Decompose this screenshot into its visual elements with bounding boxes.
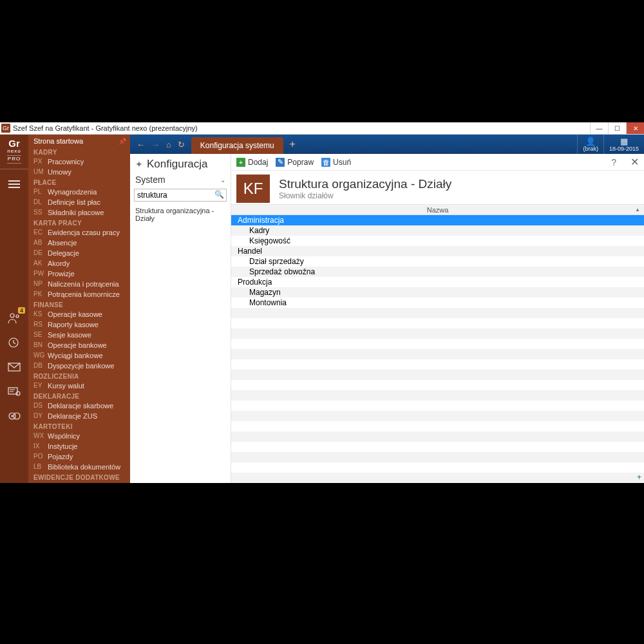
svg-point-0	[10, 314, 14, 317]
pin-icon[interactable]: 📌	[118, 138, 126, 145]
tab-active[interactable]: Konfiguracja systemu	[191, 137, 283, 154]
sync-icon[interactable]	[6, 408, 23, 424]
config-search-input[interactable]	[134, 189, 227, 202]
module-badge: KF	[236, 175, 270, 203]
nav-category: DEKLARACJE	[28, 391, 130, 401]
nav-item[interactable]: DEDelegacje	[28, 248, 130, 258]
column-header[interactable]: Nazwa ▲	[231, 204, 644, 215]
svg-point-5	[16, 392, 20, 395]
empty-row	[231, 401, 644, 411]
help-button[interactable]: ?	[611, 157, 616, 167]
tree-row[interactable]: Magazyn	[231, 287, 644, 298]
config-tree-pane: ✦ Konfiguracja System ⌄ 🔍 Struktura orga…	[130, 154, 231, 483]
svg-point-1	[16, 315, 19, 317]
nav-item[interactable]: DYDeklaracje ZUS	[28, 411, 130, 421]
departments-tree: AdministracjaKadryKsięgowośćHandelDział …	[231, 215, 644, 483]
brand-logo: Gr nexo PRO	[7, 135, 21, 166]
add-button[interactable]: +Dodaj	[236, 158, 268, 167]
delete-button[interactable]: 🗑Usuń	[321, 158, 351, 167]
badge-count: 4	[18, 307, 25, 314]
empty-row	[231, 328, 644, 339]
tree-row[interactable]: Księgowość	[231, 236, 644, 246]
sort-asc-icon: ▲	[635, 207, 640, 213]
nav-item[interactable]: AKAkordy	[28, 258, 130, 269]
people-icon[interactable]: 4	[6, 310, 23, 327]
nav-item[interactable]: UMUmowy	[28, 167, 130, 177]
tree-row[interactable]: Administracja	[231, 215, 644, 225]
nav-refresh-icon[interactable]: ↻	[178, 140, 185, 149]
nav-forward-icon[interactable]: →	[151, 140, 160, 149]
empty-row	[231, 421, 644, 431]
nav-item[interactable]: KSOperacje kasowe	[28, 309, 130, 319]
window-maximize-button[interactable]: ☐	[608, 122, 626, 134]
nav-item[interactable]: ABAbsencje	[28, 238, 130, 248]
nav-item[interactable]: BNOperacje bankowe	[28, 340, 130, 350]
trash-icon: 🗑	[321, 158, 330, 167]
nav-item[interactable]: PLWynagrodzenia	[28, 187, 130, 197]
search-icon[interactable]: 🔍	[214, 190, 224, 199]
empty-row	[231, 308, 644, 318]
nav-item[interactable]: DSDeklaracje skarbowe	[28, 401, 130, 411]
nav-category: EWIDENCJE DODATKOWE	[28, 472, 130, 482]
nav-item[interactable]: DDDekretacja dokumentów	[28, 482, 130, 483]
module-nav: Strona startowa📌 KADRYPXPracownicyUMUmow…	[28, 135, 130, 483]
empty-row	[231, 390, 644, 401]
tree-row[interactable]: Handel	[231, 246, 644, 256]
tree-row[interactable]: Produkcja	[231, 277, 644, 287]
nav-item[interactable]: EYKursy walut	[28, 381, 130, 391]
nav-item[interactable]: SESesje kasowe	[28, 330, 130, 340]
nav-item[interactable]: POPojazdy	[28, 451, 130, 462]
window-minimize-button[interactable]: —	[590, 122, 608, 134]
page-subtitle: Słownik działów	[279, 191, 451, 200]
nav-item[interactable]: NPNaliczenia i potrącenia	[28, 279, 130, 289]
nav-item[interactable]: DLDefinicje list płac	[28, 197, 130, 207]
nav-item[interactable]: WGWyciągi bankowe	[28, 350, 130, 361]
empty-row	[231, 370, 644, 380]
empty-row	[231, 411, 644, 421]
nav-item[interactable]: WXWspólnicy	[28, 431, 130, 441]
empty-row	[231, 442, 644, 452]
tree-row[interactable]: Dział sprzedaży	[231, 256, 644, 267]
empty-row	[231, 349, 644, 359]
nav-item[interactable]: DBDyspozycje bankowe	[28, 361, 130, 371]
nav-category: KARTA PRACY	[28, 218, 130, 227]
window-close-button[interactable]: ✕	[626, 122, 644, 134]
tab-add-button[interactable]: +	[283, 135, 302, 154]
nav-item[interactable]: IXInstytucje	[28, 441, 130, 451]
chevron-down-icon: ⌄	[220, 176, 225, 184]
tree-row[interactable]: Sprzedaż obwoźna	[231, 267, 644, 277]
nav-item[interactable]: PXPracownicy	[28, 156, 130, 167]
nav-item[interactable]: ECEwidencja czasu pracy	[28, 227, 130, 238]
user-widget[interactable]: 👤 (brak)	[577, 135, 603, 154]
nav-category: KARTOTEKI	[28, 421, 130, 431]
nav-home-icon[interactable]: ⌂	[166, 140, 171, 149]
empty-row	[231, 452, 644, 462]
section-system[interactable]: System ⌄	[130, 173, 231, 187]
nav-category: PŁACE	[28, 177, 130, 187]
nav-category: FINANSE	[28, 299, 130, 309]
certificate-icon[interactable]	[6, 383, 23, 400]
add-row-icon[interactable]: +	[637, 473, 641, 482]
edit-button[interactable]: ✎Popraw	[276, 158, 314, 167]
empty-row	[231, 431, 644, 442]
page-header: KF Struktura organizacyjna - Działy Słow…	[231, 171, 644, 204]
date-widget[interactable]: ▦ 18-09-2015	[603, 135, 644, 154]
tree-row[interactable]: Montownia	[231, 298, 644, 308]
search-result-item[interactable]: Struktura organizacyjna - Działy	[130, 204, 231, 225]
nav-start-page[interactable]: Strona startowa📌	[28, 135, 130, 147]
nav-item[interactable]: RSRaporty kasowe	[28, 319, 130, 330]
window-title: Szef Szef na Gratyfikant - Gratyfikant n…	[13, 124, 590, 132]
tree-row[interactable]: Kadry	[231, 225, 644, 236]
mail-icon[interactable]	[6, 359, 23, 375]
nav-item[interactable]: LBBiblioteka dokumentów	[28, 462, 130, 472]
clock-icon[interactable]	[6, 334, 23, 351]
nav-back-icon[interactable]: ←	[137, 140, 145, 149]
nav-item[interactable]: SSSkładniki płacowe	[28, 207, 130, 218]
nav-item[interactable]: PWProwizje	[28, 269, 130, 279]
toolbar: +Dodaj ✎Popraw 🗑Usuń ? ✕	[231, 154, 644, 171]
config-title: Konfiguracja	[147, 158, 208, 171]
close-pane-button[interactable]: ✕	[630, 156, 639, 168]
menu-icon[interactable]	[6, 176, 23, 193]
empty-row	[231, 380, 644, 390]
nav-item[interactable]: PKPotrącenia komornicze	[28, 289, 130, 299]
